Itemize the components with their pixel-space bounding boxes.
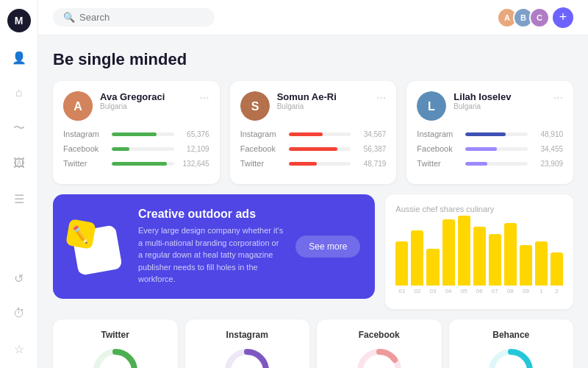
bar-column: 05 xyxy=(458,216,470,294)
user-card-2: S Somun Ae-Ri Bulgaria ··· Instagram 34,… xyxy=(230,81,397,184)
metric-value: 65,376 xyxy=(179,130,209,138)
metric-row: Facebook 56,387 xyxy=(240,144,387,153)
metric-value: 56,387 xyxy=(355,145,386,153)
banner-icon-area: ✏️ xyxy=(68,221,126,272)
sidebar-item-list[interactable]: ☰ xyxy=(9,188,29,209)
bar-column: 02 xyxy=(411,230,423,294)
metric-label: Twitter xyxy=(240,159,284,168)
user-location-1: Bulgaria xyxy=(100,102,192,110)
metric-label: Facebook xyxy=(417,144,461,153)
sidebar: M 👤 ⌂ 〜 🖼 ☰ ↺ ⏱ ☆ xyxy=(0,0,38,368)
metric-value: 34,567 xyxy=(355,130,386,138)
bar xyxy=(520,245,532,286)
metric-value: 48,719 xyxy=(355,160,386,168)
bar-column: 2 xyxy=(551,252,563,294)
bar-x-label: 09 xyxy=(523,288,529,294)
page-title: Be single minded xyxy=(53,50,573,69)
bar-column: 01 xyxy=(395,241,408,294)
metric-label: Instagram xyxy=(417,130,461,138)
sidebar-item-clock[interactable]: ⏱ xyxy=(9,303,29,324)
sidebar-item-home[interactable]: ⌂ xyxy=(9,82,29,103)
app-logo[interactable]: M xyxy=(7,9,31,32)
sidebar-item-user[interactable]: 👤 xyxy=(9,47,29,68)
search-icon: 🔍 xyxy=(63,12,75,23)
circle-card-twitter: Twitter 67% xyxy=(53,319,178,369)
card-menu-1[interactable]: ··· xyxy=(199,91,209,105)
circle-label: Twitter xyxy=(101,330,129,340)
banner-see-more-button[interactable]: See more xyxy=(295,236,360,258)
circle-label: Instagram xyxy=(226,330,268,340)
metric-row: Instagram 65,376 xyxy=(63,130,209,138)
bar-column: 08 xyxy=(504,223,517,294)
card-menu-2[interactable]: ··· xyxy=(376,91,386,105)
card-menu-3[interactable]: ··· xyxy=(553,91,563,105)
user-name-3: Lilah Ioselev xyxy=(453,91,545,102)
svg-text:S: S xyxy=(251,100,259,113)
donut-percent: 67% xyxy=(501,365,520,368)
donut-chart: 67% xyxy=(92,347,139,369)
search-input[interactable] xyxy=(79,12,168,23)
bar xyxy=(535,241,548,286)
bar xyxy=(411,230,423,286)
metric-value: 48,910 xyxy=(532,130,563,138)
bar xyxy=(395,241,408,286)
circle-card-instagram: Instagram 46% xyxy=(185,319,310,369)
bar-x-label: 05 xyxy=(461,288,467,294)
user-location-2: Bulgaria xyxy=(277,102,369,110)
bar-x-label: 07 xyxy=(492,288,498,294)
bar-column: 04 xyxy=(442,219,455,294)
donut-percent: 46% xyxy=(237,365,257,368)
metric-value: 23,909 xyxy=(532,160,563,168)
donut-percent: 15% xyxy=(370,365,389,368)
bar-x-label: 03 xyxy=(430,288,437,294)
avatar-3[interactable]: C xyxy=(529,7,550,28)
donut-chart: 15% xyxy=(356,347,403,369)
bar-column: 06 xyxy=(473,227,486,294)
chart-card: Aussie chef shares culinary 01 02 03 04 … xyxy=(385,194,573,309)
bar xyxy=(473,227,486,286)
bottom-row: Twitter 67% Instagram 46% Facebook 15% xyxy=(53,319,573,369)
metric-row: Twitter 132,645 xyxy=(63,159,209,168)
sidebar-item-refresh[interactable]: ↺ xyxy=(9,268,29,289)
user-card-1: A Ava Gregoraci Bulgaria ··· Instagram 6… xyxy=(53,81,220,184)
circle-card-facebook: Facebook 15% xyxy=(317,319,442,369)
user-cards-row: A Ava Gregoraci Bulgaria ··· Instagram 6… xyxy=(53,81,573,184)
bar-x-label: 06 xyxy=(476,288,483,294)
donut-chart: 67% xyxy=(487,347,534,369)
content-area: Be single minded A Ava Gregoraci Bulgari… xyxy=(38,35,588,368)
bar-x-label: 01 xyxy=(398,288,405,294)
user-avatar-2: S xyxy=(240,91,270,121)
metric-value: 34,455 xyxy=(532,145,563,153)
bar xyxy=(458,216,470,286)
bar xyxy=(551,252,563,286)
banner-title: Creative outdoor ads xyxy=(138,208,284,221)
user-location-3: Bulgaria xyxy=(453,102,545,110)
svg-text:A: A xyxy=(74,100,82,113)
sidebar-item-image[interactable]: 🖼 xyxy=(9,153,29,174)
banner-text: Creative outdoor ads Every large design … xyxy=(138,208,284,286)
banner: ✏️ Creative outdoor ads Every large desi… xyxy=(53,194,375,299)
metric-value: 12,109 xyxy=(179,145,209,153)
banner-yellow-icon: ✏️ xyxy=(65,219,96,250)
sidebar-item-star[interactable]: ☆ xyxy=(9,339,29,359)
bar xyxy=(442,219,455,286)
search-box[interactable]: 🔍 xyxy=(53,8,215,26)
circle-card-behance: Behance 67% xyxy=(449,319,574,369)
bar xyxy=(504,223,517,286)
bar-column: 03 xyxy=(426,249,439,294)
chart-title: Aussie chef shares culinary xyxy=(395,205,563,213)
metric-label: Twitter xyxy=(63,159,107,168)
bar xyxy=(489,234,501,286)
user-name-1: Ava Gregoraci xyxy=(100,91,192,102)
user-avatar-1: A xyxy=(63,91,93,121)
main-area: 🔍 A B C + Be single minded A Ava Gregora… xyxy=(38,0,588,368)
bar-x-label: 02 xyxy=(415,288,421,294)
metric-row: Twitter 23,909 xyxy=(417,159,563,168)
bar-x-label: 1 xyxy=(539,288,542,294)
bar-x-label: 08 xyxy=(507,288,514,294)
sidebar-item-activity[interactable]: 〜 xyxy=(9,118,29,138)
metric-label: Twitter xyxy=(417,159,461,168)
metric-label: Instagram xyxy=(240,130,284,138)
add-avatar-button[interactable]: + xyxy=(553,7,573,28)
metric-row: Instagram 48,910 xyxy=(417,130,563,138)
